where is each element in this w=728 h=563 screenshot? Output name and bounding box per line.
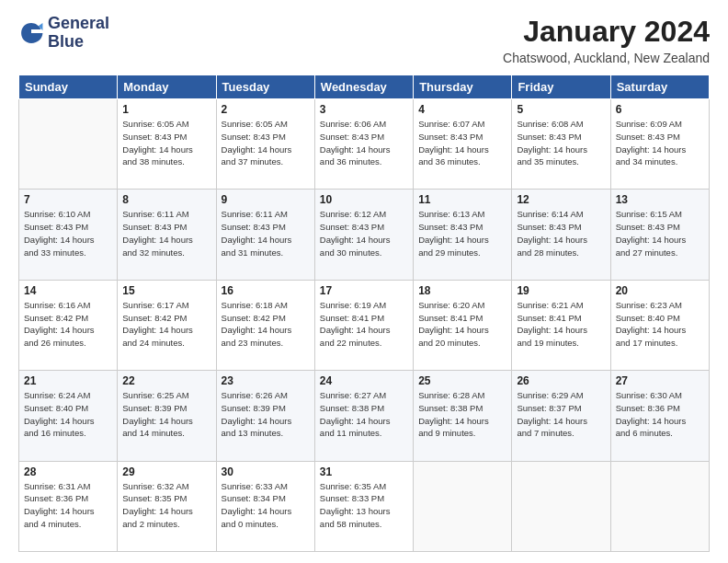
calendar-cell: 28Sunrise: 6:31 AM Sunset: 8:36 PM Dayli… — [19, 461, 118, 551]
day-number: 8 — [122, 193, 210, 206]
calendar-body: 1Sunrise: 6:05 AM Sunset: 8:43 PM Daylig… — [19, 99, 710, 552]
day-number: 22 — [122, 374, 210, 387]
calendar-cell: 10Sunrise: 6:12 AM Sunset: 8:43 PM Dayli… — [314, 190, 413, 280]
day-number: 27 — [616, 374, 704, 387]
day-info: Sunrise: 6:11 AM Sunset: 8:43 PM Dayligh… — [122, 208, 210, 259]
calendar-week-row: 1Sunrise: 6:05 AM Sunset: 8:43 PM Daylig… — [19, 99, 710, 190]
day-info: Sunrise: 6:08 AM Sunset: 8:43 PM Dayligh… — [517, 118, 605, 168]
day-info: Sunrise: 6:11 AM Sunset: 8:43 PM Dayligh… — [222, 208, 310, 259]
day-info: Sunrise: 6:20 AM Sunset: 8:41 PM Dayligh… — [418, 299, 506, 350]
day-number: 20 — [616, 284, 704, 297]
day-info: Sunrise: 6:24 AM Sunset: 8:40 PM Dayligh… — [24, 389, 112, 440]
header: General Blue January 2024 Chatswood, Auc… — [18, 15, 710, 65]
day-number: 19 — [517, 284, 605, 297]
calendar-cell: 2Sunrise: 6:05 AM Sunset: 8:43 PM Daylig… — [216, 99, 314, 190]
day-info: Sunrise: 6:30 AM Sunset: 8:36 PM Dayligh… — [616, 389, 704, 440]
day-info: Sunrise: 6:13 AM Sunset: 8:43 PM Dayligh… — [418, 208, 506, 259]
day-info: Sunrise: 6:32 AM Sunset: 8:35 PM Dayligh… — [122, 480, 210, 531]
day-number: 17 — [320, 284, 408, 297]
day-number: 25 — [418, 374, 506, 387]
day-number: 9 — [222, 193, 310, 206]
calendar-cell: 18Sunrise: 6:20 AM Sunset: 8:41 PM Dayli… — [414, 280, 512, 370]
calendar-header: SundayMondayTuesdayWednesdayThursdayFrid… — [19, 75, 710, 99]
day-number: 7 — [24, 193, 112, 206]
day-number: 10 — [320, 193, 408, 206]
day-of-week-header: Wednesday — [314, 75, 413, 99]
calendar-week-row: 14Sunrise: 6:16 AM Sunset: 8:42 PM Dayli… — [19, 280, 710, 370]
day-number: 26 — [517, 374, 605, 387]
day-info: Sunrise: 6:14 AM Sunset: 8:43 PM Dayligh… — [517, 208, 605, 259]
logo-text: General Blue — [48, 15, 109, 52]
calendar-week-row: 28Sunrise: 6:31 AM Sunset: 8:36 PM Dayli… — [19, 461, 710, 551]
day-info: Sunrise: 6:12 AM Sunset: 8:43 PM Dayligh… — [320, 208, 408, 259]
day-info: Sunrise: 6:18 AM Sunset: 8:42 PM Dayligh… — [222, 299, 310, 350]
day-info: Sunrise: 6:15 AM Sunset: 8:43 PM Dayligh… — [616, 208, 704, 259]
calendar-cell — [512, 461, 610, 551]
day-number: 1 — [122, 103, 210, 116]
calendar-table: SundayMondayTuesdayWednesdayThursdayFrid… — [18, 75, 710, 552]
day-info: Sunrise: 6:25 AM Sunset: 8:39 PM Dayligh… — [122, 389, 210, 440]
day-info: Sunrise: 6:16 AM Sunset: 8:42 PM Dayligh… — [24, 299, 112, 350]
calendar-cell: 9Sunrise: 6:11 AM Sunset: 8:43 PM Daylig… — [216, 190, 314, 280]
month-title: January 2024 — [503, 15, 710, 49]
calendar-cell: 11Sunrise: 6:13 AM Sunset: 8:43 PM Dayli… — [414, 190, 512, 280]
day-of-week-header: Saturday — [610, 75, 709, 99]
calendar-cell: 16Sunrise: 6:18 AM Sunset: 8:42 PM Dayli… — [216, 280, 314, 370]
calendar-cell: 12Sunrise: 6:14 AM Sunset: 8:43 PM Dayli… — [512, 190, 610, 280]
calendar-cell: 31Sunrise: 6:35 AM Sunset: 8:33 PM Dayli… — [314, 461, 413, 551]
day-number: 6 — [616, 103, 704, 116]
day-info: Sunrise: 6:06 AM Sunset: 8:43 PM Dayligh… — [320, 118, 408, 168]
day-info: Sunrise: 6:17 AM Sunset: 8:42 PM Dayligh… — [122, 299, 210, 350]
calendar-cell: 1Sunrise: 6:05 AM Sunset: 8:43 PM Daylig… — [118, 99, 216, 190]
calendar-cell — [19, 99, 118, 190]
day-number: 28 — [24, 465, 112, 478]
calendar-cell: 4Sunrise: 6:07 AM Sunset: 8:43 PM Daylig… — [414, 99, 512, 190]
location: Chatswood, Auckland, New Zealand — [503, 51, 710, 65]
calendar-cell: 30Sunrise: 6:33 AM Sunset: 8:34 PM Dayli… — [216, 461, 314, 551]
day-number: 31 — [320, 465, 408, 478]
day-number: 11 — [418, 193, 506, 206]
day-info: Sunrise: 6:31 AM Sunset: 8:36 PM Dayligh… — [24, 480, 112, 531]
calendar-cell: 23Sunrise: 6:26 AM Sunset: 8:39 PM Dayli… — [216, 371, 314, 461]
day-info: Sunrise: 6:26 AM Sunset: 8:39 PM Dayligh… — [222, 389, 310, 440]
day-of-week-header: Friday — [512, 75, 610, 99]
day-of-week-header: Sunday — [19, 75, 118, 99]
day-number: 14 — [24, 284, 112, 297]
day-info: Sunrise: 6:21 AM Sunset: 8:41 PM Dayligh… — [517, 299, 605, 350]
calendar-cell: 21Sunrise: 6:24 AM Sunset: 8:40 PM Dayli… — [19, 371, 118, 461]
logo: General Blue — [18, 15, 109, 52]
day-info: Sunrise: 6:33 AM Sunset: 8:34 PM Dayligh… — [222, 480, 310, 531]
calendar-cell: 14Sunrise: 6:16 AM Sunset: 8:42 PM Dayli… — [19, 280, 118, 370]
day-number: 24 — [320, 374, 408, 387]
day-number: 30 — [222, 465, 310, 478]
day-number: 23 — [222, 374, 310, 387]
calendar-cell — [414, 461, 512, 551]
calendar-cell: 7Sunrise: 6:10 AM Sunset: 8:43 PM Daylig… — [19, 190, 118, 280]
day-info: Sunrise: 6:23 AM Sunset: 8:40 PM Dayligh… — [616, 299, 704, 350]
day-info: Sunrise: 6:28 AM Sunset: 8:38 PM Dayligh… — [418, 389, 506, 440]
day-info: Sunrise: 6:27 AM Sunset: 8:38 PM Dayligh… — [320, 389, 408, 440]
calendar-cell: 29Sunrise: 6:32 AM Sunset: 8:35 PM Dayli… — [118, 461, 216, 551]
calendar-cell: 20Sunrise: 6:23 AM Sunset: 8:40 PM Dayli… — [610, 280, 709, 370]
day-info: Sunrise: 6:05 AM Sunset: 8:43 PM Dayligh… — [122, 118, 210, 168]
calendar-cell: 19Sunrise: 6:21 AM Sunset: 8:41 PM Dayli… — [512, 280, 610, 370]
day-number: 2 — [222, 103, 310, 116]
calendar-cell — [610, 461, 709, 551]
calendar-cell: 17Sunrise: 6:19 AM Sunset: 8:41 PM Dayli… — [314, 280, 413, 370]
calendar-cell: 27Sunrise: 6:30 AM Sunset: 8:36 PM Dayli… — [610, 371, 709, 461]
calendar-cell: 6Sunrise: 6:09 AM Sunset: 8:43 PM Daylig… — [610, 99, 709, 190]
day-number: 3 — [320, 103, 408, 116]
calendar-cell: 15Sunrise: 6:17 AM Sunset: 8:42 PM Dayli… — [118, 280, 216, 370]
calendar-cell: 24Sunrise: 6:27 AM Sunset: 8:38 PM Dayli… — [314, 371, 413, 461]
day-of-week-header: Thursday — [414, 75, 512, 99]
calendar-cell: 5Sunrise: 6:08 AM Sunset: 8:43 PM Daylig… — [512, 99, 610, 190]
day-info: Sunrise: 6:19 AM Sunset: 8:41 PM Dayligh… — [320, 299, 408, 350]
title-block: January 2024 Chatswood, Auckland, New Ze… — [503, 15, 710, 65]
day-of-week-header: Tuesday — [216, 75, 314, 99]
calendar-cell: 3Sunrise: 6:06 AM Sunset: 8:43 PM Daylig… — [314, 99, 413, 190]
day-number: 12 — [517, 193, 605, 206]
day-info: Sunrise: 6:35 AM Sunset: 8:33 PM Dayligh… — [320, 480, 408, 531]
day-number: 15 — [122, 284, 210, 297]
calendar-cell: 25Sunrise: 6:28 AM Sunset: 8:38 PM Dayli… — [414, 371, 512, 461]
calendar-cell: 22Sunrise: 6:25 AM Sunset: 8:39 PM Dayli… — [118, 371, 216, 461]
